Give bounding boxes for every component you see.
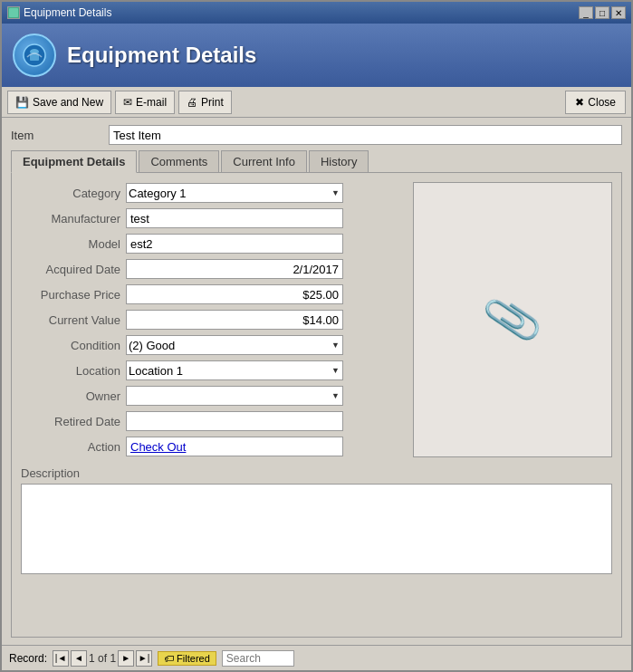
owner-select-wrapper (126, 386, 343, 406)
close-button[interactable]: ✖ Close (565, 91, 626, 114)
acquired-date-input[interactable] (126, 259, 343, 279)
window-controls: _ □ ✕ (579, 6, 626, 19)
category-select[interactable]: Category 1 Category 2 (126, 183, 343, 203)
status-bar: Record: |◄ ◄ 1 of 1 ► ►| 🏷 Filtered (2, 645, 631, 670)
print-icon: 🖨 (187, 96, 197, 109)
record-info: 1 of 1 (89, 652, 116, 665)
tab-equipment-details[interactable]: Equipment Details (11, 150, 137, 173)
manufacturer-label: Manufacturer (21, 212, 120, 226)
current-value-row: Current Value (21, 309, 404, 331)
action-cell: Check Out (126, 437, 343, 456)
header-title: Equipment Details (67, 43, 256, 68)
retired-date-row: Retired Date (21, 410, 404, 432)
retired-date-input[interactable] (126, 411, 343, 431)
description-section: Description (21, 466, 612, 574)
window-title: Equipment Details (24, 6, 111, 19)
prev-record-button[interactable]: ◄ (71, 650, 87, 667)
record-navigation: |◄ ◄ 1 of 1 ► ►| (53, 650, 152, 667)
close-icon: ✖ (575, 96, 584, 109)
filter-badge[interactable]: 🏷 Filtered (158, 651, 216, 666)
location-select[interactable]: Location 1 Location 2 (126, 360, 343, 380)
tabs-bar: Equipment Details Comments Current Info … (11, 150, 622, 173)
purchase-price-input[interactable] (126, 284, 343, 304)
maximize-button[interactable]: □ (595, 6, 609, 19)
content-area: Item Equipment Details Comments Current … (2, 118, 631, 645)
model-input[interactable] (126, 234, 343, 254)
manufacturer-input[interactable] (126, 208, 343, 228)
acquired-date-row: Acquired Date (21, 258, 404, 280)
owner-row: Owner (21, 385, 404, 407)
condition-row: Condition (1) Excellent (2) Good (3) Fai… (21, 334, 404, 356)
form-and-image: Category Category 1 Category 2 Manufactu… (21, 182, 612, 457)
filter-icon: 🏷 (164, 653, 174, 664)
category-select-wrapper: Category 1 Category 2 (126, 183, 343, 203)
condition-label: Condition (21, 339, 120, 352)
minimize-button[interactable]: _ (579, 6, 593, 19)
tabs-container: Equipment Details Comments Current Info … (11, 150, 622, 638)
tab-current-info[interactable]: Current Info (221, 150, 307, 172)
next-record-button[interactable]: ► (118, 650, 134, 667)
current-value-label: Current Value (21, 313, 120, 327)
location-row: Location Location 1 Location 2 (21, 360, 404, 381)
svg-rect-4 (30, 54, 39, 61)
category-row: Category Category 1 Category 2 (21, 182, 404, 204)
purchase-price-row: Purchase Price (21, 283, 404, 305)
category-label: Category (21, 187, 120, 200)
tab-comments[interactable]: Comments (139, 150, 219, 172)
email-icon: ✉ (123, 96, 132, 109)
search-input[interactable] (222, 650, 294, 667)
first-record-button[interactable]: |◄ (53, 650, 69, 667)
description-textarea[interactable] (21, 484, 612, 574)
save-icon: 💾 (15, 96, 29, 109)
svg-rect-1 (9, 8, 18, 17)
tab-content-equipment-details: Category Category 1 Category 2 Manufactu… (11, 173, 622, 638)
owner-select[interactable] (126, 386, 343, 406)
location-label: Location (21, 364, 120, 378)
retired-date-label: Retired Date (21, 415, 120, 428)
manufacturer-row: Manufacturer (21, 207, 404, 229)
item-input[interactable] (109, 125, 622, 145)
action-label: Action (21, 440, 120, 454)
location-select-wrapper: Location 1 Location 2 (126, 360, 343, 380)
item-row: Item (11, 125, 622, 145)
purchase-price-label: Purchase Price (21, 288, 120, 302)
filter-label: Filtered (177, 653, 210, 664)
current-value-input[interactable] (126, 310, 343, 330)
model-label: Model (21, 237, 120, 251)
checkout-link[interactable]: Check Out (130, 440, 186, 454)
form-fields: Category Category 1 Category 2 Manufactu… (21, 182, 404, 457)
print-button[interactable]: 🖨 Print (178, 91, 232, 114)
close-window-button[interactable]: ✕ (611, 6, 626, 19)
item-label: Item (11, 129, 101, 142)
header-area: Equipment Details (2, 24, 631, 87)
email-button[interactable]: ✉ E-mail (115, 91, 175, 114)
toolbar: 💾 Save and New ✉ E-mail 🖨 Print ✖ Close (2, 87, 631, 118)
main-window: Equipment Details _ □ ✕ Equipment Detail… (0, 0, 633, 672)
model-row: Model (21, 233, 404, 254)
title-bar: Equipment Details _ □ ✕ (2, 2, 631, 24)
action-row: Action Check Out (21, 436, 404, 457)
last-record-button[interactable]: ►| (136, 650, 152, 667)
record-label: Record: (9, 652, 47, 665)
app-icon (13, 34, 56, 77)
save-and-new-button[interactable]: 💾 Save and New (7, 91, 111, 114)
condition-select-wrapper: (1) Excellent (2) Good (3) Fair (4) Poor (126, 335, 343, 355)
owner-label: Owner (21, 389, 120, 403)
description-label: Description (21, 466, 612, 480)
condition-select[interactable]: (1) Excellent (2) Good (3) Fair (4) Poor (126, 335, 343, 355)
tab-history[interactable]: History (309, 150, 369, 172)
acquired-date-label: Acquired Date (21, 263, 120, 276)
window-icon (7, 6, 20, 19)
image-box: 📎 (413, 182, 612, 457)
paperclip-icon: 📎 (480, 288, 545, 351)
